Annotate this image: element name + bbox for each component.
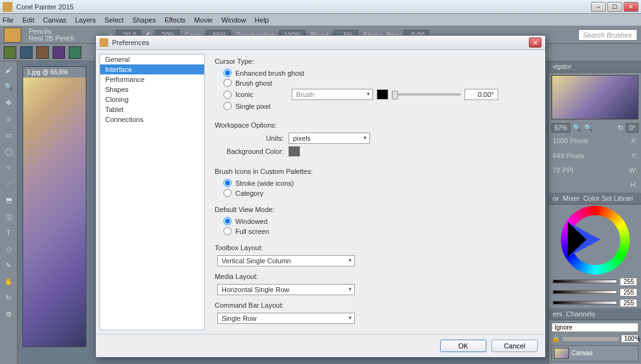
menu-layers[interactable]: Layers <box>75 16 96 24</box>
color-wheel[interactable] <box>549 205 641 276</box>
media-layout-select[interactable]: Horizontal Single Row <box>217 284 355 295</box>
prefs-nav-shapes[interactable]: Shapes <box>100 84 204 94</box>
maximize-button[interactable]: ☐ <box>607 2 622 12</box>
nav-height: 649 Pixels <box>553 151 585 161</box>
rotation-value[interactable]: 0° <box>626 123 638 133</box>
document-window[interactable]: 1.jpg @ 66,6% <box>23 66 86 347</box>
menu-window[interactable]: Window <box>222 16 246 24</box>
units-label: Units: <box>223 134 284 142</box>
ok-button[interactable]: OK <box>440 340 486 352</box>
units-select[interactable]: pixels <box>289 133 370 144</box>
brush-category-icon[interactable] <box>4 28 21 43</box>
cursor-iconic-radio[interactable] <box>223 91 232 99</box>
menu-file[interactable]: File <box>3 16 14 24</box>
cursor-enhanced-radio[interactable] <box>223 69 232 77</box>
swatch-1[interactable] <box>4 46 16 59</box>
swatch-5[interactable] <box>69 46 81 59</box>
menu-select[interactable]: Select <box>105 16 124 24</box>
colorset-tab[interactable]: Color Set Librari <box>583 195 633 202</box>
wand-tool-icon[interactable]: ✧ <box>3 161 15 174</box>
menu-shapes[interactable]: Shapes <box>133 16 156 24</box>
minimize-button[interactable]: – <box>591 2 606 12</box>
app-icon <box>3 2 13 12</box>
menu-effects[interactable]: Effects <box>165 16 185 24</box>
rotate-icon[interactable]: ↻ <box>618 124 623 132</box>
dialog-close-button[interactable]: ✕ <box>529 38 541 48</box>
zoom-value[interactable]: 67% <box>551 123 570 133</box>
prefs-nav-connections[interactable]: Connections <box>100 114 204 124</box>
document-title: 1.jpg @ 66,6% <box>23 67 86 78</box>
channels-tab[interactable]: Channels <box>566 310 595 318</box>
document-canvas[interactable] <box>23 78 86 346</box>
viewmode-fullscreen-radio[interactable] <box>223 227 232 235</box>
r-slider[interactable] <box>553 280 617 283</box>
brush-name[interactable]: Real 2B Pencil <box>29 35 74 42</box>
layer-item[interactable]: Canvas <box>551 345 638 361</box>
bucket-tool-icon[interactable]: ⬒ <box>3 194 15 206</box>
cursor-pixel-radio[interactable] <box>223 102 232 110</box>
text-tool-icon[interactable]: T <box>3 226 15 239</box>
opacity-slider[interactable] <box>563 337 618 341</box>
prefs-nav-interface[interactable]: Interface <box>100 64 204 74</box>
menu-movie[interactable]: Movie <box>194 16 212 24</box>
b-value[interactable]: 255 <box>620 299 637 307</box>
menu-canvas[interactable]: Canvas <box>43 16 66 24</box>
prefs-nav-cloning[interactable]: Cloning <box>100 94 204 104</box>
cursor-ghost-radio[interactable] <box>223 79 232 87</box>
zoom-out-icon[interactable]: 🔍 <box>573 124 582 132</box>
cursor-color-swatch[interactable] <box>377 89 388 99</box>
menu-edit[interactable]: Edit <box>23 16 34 24</box>
magnify-tool-icon[interactable]: 🔍 <box>3 80 15 93</box>
menu-help[interactable]: Help <box>255 16 269 24</box>
lasso-tool-icon[interactable]: ◯ <box>3 145 15 158</box>
g-value[interactable]: 255 <box>620 288 637 296</box>
clone-tool-icon[interactable]: ⧉ <box>3 308 15 320</box>
swatch-2[interactable] <box>20 46 33 59</box>
select-rect-tool-icon[interactable]: ▭ <box>3 129 15 141</box>
r-value[interactable]: 255 <box>620 278 637 286</box>
cmdbar-layout-select[interactable]: Single Row <box>217 313 355 324</box>
layers-tab[interactable]: ers <box>553 310 562 318</box>
shape-tool-icon[interactable]: ◇ <box>3 243 15 255</box>
search-brushes-input[interactable]: Search Brushes <box>578 29 637 41</box>
brush-tool-icon[interactable]: 🖌 <box>3 64 15 76</box>
media-layout-label: Media Layout: <box>215 273 535 280</box>
pen-tool-icon[interactable]: ✎ <box>3 259 15 271</box>
dialog-titlebar[interactable]: Preferences ✕ <box>96 36 545 50</box>
crop-tool-icon[interactable]: ⟃ <box>3 113 15 125</box>
swatch-4[interactable] <box>53 46 65 59</box>
b-slider[interactable] <box>553 301 617 305</box>
cursor-rotation-value[interactable]: 0.00° <box>464 89 498 100</box>
layer-mode-select[interactable]: Ignore <box>551 323 638 332</box>
prefs-nav-general[interactable]: General <box>100 54 204 64</box>
nav-w-label: W: <box>629 166 637 175</box>
rotate-tool-icon[interactable]: ↻ <box>3 291 15 304</box>
bgcolor-swatch[interactable] <box>289 146 300 156</box>
brushicons-category-radio[interactable] <box>223 189 232 197</box>
navigator-preview[interactable] <box>551 75 638 119</box>
eraser-tool-icon[interactable]: ◫ <box>3 210 15 223</box>
viewmode-windowed-radio[interactable] <box>223 217 232 225</box>
cursor-rotation-slider[interactable] <box>392 93 461 96</box>
cancel-button[interactable]: Cancel <box>491 340 538 352</box>
layer-opacity[interactable]: 100% <box>621 335 638 343</box>
hand-tool-icon[interactable]: ✋ <box>3 275 15 288</box>
menu-bar: File Edit Canvas Layers Select Shapes Ef… <box>0 14 641 26</box>
cursor-enhanced-label: Enhanced brush ghost <box>235 69 304 77</box>
close-button[interactable]: ✕ <box>623 2 638 12</box>
lock-icon[interactable]: 🔒 <box>551 335 560 343</box>
swatch-3[interactable] <box>36 46 49 59</box>
navigator-tab[interactable]: vigator <box>549 61 641 73</box>
toolbox-layout-select[interactable]: Vertical Single Column <box>217 255 355 266</box>
move-tool-icon[interactable]: ✥ <box>3 96 15 109</box>
cursor-icon-select[interactable]: Brush <box>292 89 373 100</box>
color-tab[interactable]: or <box>553 195 559 202</box>
g-slider[interactable] <box>553 290 617 294</box>
prefs-nav-tablet[interactable]: Tablet <box>100 104 204 114</box>
dropper-tool-icon[interactable]: ⟋ <box>3 178 15 190</box>
brushicons-stroke-radio[interactable] <box>223 179 232 187</box>
zoom-in-icon[interactable]: 🔍 <box>584 124 593 132</box>
prefs-nav-performance[interactable]: Performance <box>100 74 204 84</box>
mixer-tab[interactable]: Mixer <box>563 195 580 202</box>
brushicons-label: Brush Icons in Custom Palettes: <box>215 168 535 175</box>
